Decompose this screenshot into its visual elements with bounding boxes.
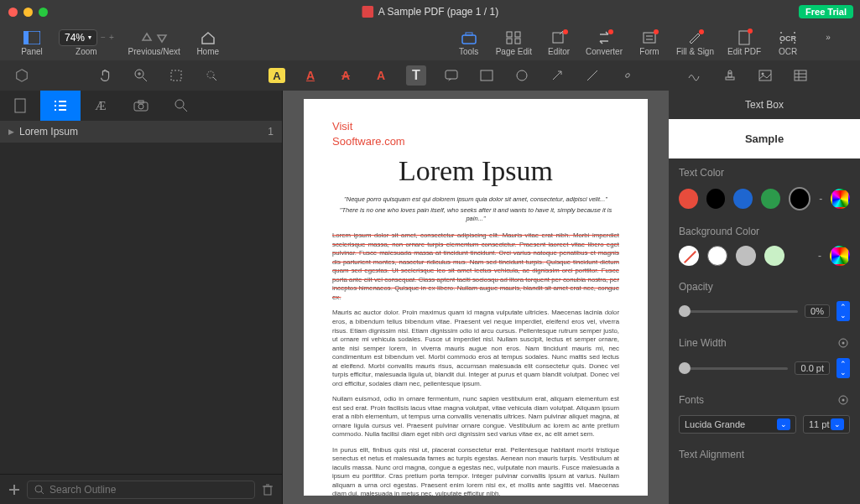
outline-list: ▶ Lorem Ipsum 1	[0, 121, 282, 474]
area-select-icon[interactable]	[166, 65, 186, 86]
svg-rect-9	[553, 33, 563, 43]
rectangle-tool-icon[interactable]	[477, 65, 497, 86]
toolbox-icon	[461, 31, 477, 44]
svg-rect-28	[481, 70, 493, 81]
swatch-green[interactable]	[761, 189, 780, 209]
tab-outline[interactable]	[40, 91, 81, 121]
font-family-select[interactable]: Lucida Grande⌄	[679, 415, 796, 434]
prev-next-label: Previous/Next	[128, 47, 180, 56]
ocr-button[interactable]: OCR OCR	[768, 29, 808, 56]
svg-point-51	[175, 100, 184, 108]
circle-tool-icon[interactable]	[512, 65, 532, 86]
svg-line-31	[587, 70, 597, 81]
prev-next-buttons[interactable]: Previous/Next	[121, 29, 188, 56]
marquee-zoom-icon[interactable]	[201, 65, 222, 86]
free-trial-badge[interactable]: Free Trial	[799, 5, 853, 18]
strikethrough-tool[interactable]: A	[336, 65, 356, 86]
overflow-button[interactable]: »	[808, 29, 848, 56]
zoom-window-button[interactable]	[39, 8, 48, 17]
swatch-white[interactable]	[707, 246, 727, 266]
swatch-grey[interactable]	[736, 246, 756, 266]
svg-rect-10	[644, 33, 655, 43]
svg-rect-57	[264, 486, 271, 495]
line-width-stepper[interactable]: ⌃⌄	[837, 358, 850, 378]
swatch-none[interactable]	[679, 246, 699, 266]
panel-button[interactable]: Panel	[12, 29, 52, 56]
opacity-slider[interactable]	[679, 310, 798, 313]
page-edit-button[interactable]: Page Edit	[489, 29, 539, 56]
watermark-line1: Visit	[332, 119, 619, 134]
svg-marker-19	[17, 70, 28, 81]
home-button[interactable]: Home	[188, 29, 228, 56]
form-button[interactable]: Form	[629, 29, 670, 56]
tools-button[interactable]: Tools	[449, 29, 489, 56]
svg-rect-2	[23, 31, 29, 44]
document-viewport[interactable]: Visit Sooftware.com Lorem Ipsum "Neque p…	[283, 91, 669, 504]
svg-point-49	[138, 104, 143, 109]
stamp-tool-icon[interactable]	[720, 65, 740, 86]
edit-pdf-button[interactable]: Edit PDF	[721, 29, 768, 56]
panel-label: Panel	[21, 47, 43, 56]
swatch-red[interactable]	[679, 189, 698, 209]
delete-outline-button[interactable]	[262, 483, 274, 496]
svg-point-18	[794, 42, 795, 44]
zoom-label: Zoom	[76, 47, 97, 56]
alignment-label: Text Alignment	[669, 440, 860, 465]
reset-icon[interactable]	[837, 336, 850, 350]
swatch-lightgreen[interactable]	[764, 246, 784, 266]
note-tool-icon[interactable]	[441, 65, 461, 86]
opacity-stepper[interactable]: ⌃⌄	[837, 301, 850, 321]
swatch-blue[interactable]	[733, 189, 753, 209]
opacity-label: Opacity	[669, 273, 860, 298]
add-outline-button[interactable]	[8, 484, 20, 496]
highlight-tool[interactable]: A	[268, 68, 285, 83]
tab-search[interactable]	[161, 91, 201, 121]
titlebar: A Sample PDF (page 1 / 1) Free Trial	[0, 0, 860, 23]
line-width-slider[interactable]	[679, 367, 788, 370]
converter-button[interactable]: Converter	[579, 29, 629, 56]
underline-tool[interactable]: A	[300, 65, 321, 86]
editor-button[interactable]: Editor	[539, 29, 579, 56]
svg-rect-3	[462, 35, 476, 44]
text-color-swatches: -	[669, 184, 860, 217]
svg-line-30	[553, 71, 561, 80]
swatch-black[interactable]	[706, 189, 726, 209]
settings-hex-icon[interactable]	[12, 65, 32, 86]
minimize-window-button[interactable]	[23, 8, 33, 17]
line-width-value[interactable]: 0.0 pt	[795, 361, 830, 375]
arrow-up-icon[interactable]	[141, 32, 153, 44]
swatch-custom-color[interactable]	[831, 189, 850, 209]
search-outline-input[interactable]: Search Outline	[27, 481, 255, 499]
squiggle-tool[interactable]: A	[371, 65, 391, 86]
svg-line-52	[183, 107, 187, 112]
table-tool-icon[interactable]	[790, 65, 810, 86]
outline-item[interactable]: ▶ Lorem Ipsum 1	[0, 121, 282, 143]
swatch-black-selected[interactable]	[789, 187, 810, 210]
tab-snapshot[interactable]	[121, 91, 161, 121]
line-tool-icon[interactable]	[582, 65, 602, 86]
arrow-down-icon[interactable]	[156, 32, 168, 44]
image-tool-icon[interactable]	[755, 65, 775, 86]
sidebar-left: Æ ▶ Lorem Ipsum 1 Search Outline	[0, 91, 283, 504]
link-tool-icon[interactable]	[618, 65, 638, 86]
paragraph-2: Mauris ac auctor dolor. Proin maximus qu…	[332, 309, 619, 388]
swatch-custom-bg[interactable]	[830, 246, 850, 266]
zoom-control[interactable]: 74%▾ −+ Zoom	[52, 29, 121, 56]
signature-tool-icon[interactable]	[685, 65, 705, 86]
tab-thumbnails[interactable]	[0, 91, 40, 121]
tab-annotations[interactable]: Æ	[81, 91, 121, 121]
reset-icon[interactable]	[837, 393, 850, 407]
svg-point-25	[207, 71, 214, 78]
opacity-value[interactable]: 0%	[805, 304, 830, 318]
zoom-select[interactable]: 74%▾	[59, 29, 97, 46]
hand-tool-icon[interactable]	[96, 65, 116, 86]
zoom-tool-icon[interactable]	[131, 65, 151, 86]
arrow-tool-icon[interactable]	[547, 65, 567, 86]
font-size-select[interactable]: 11 pt⌄	[803, 415, 850, 434]
fill-sign-button[interactable]: Fill & Sign	[670, 29, 721, 56]
bg-color-swatches: -	[669, 242, 860, 273]
svg-rect-37	[795, 70, 806, 81]
text-box-tool[interactable]: T	[406, 65, 426, 86]
close-window-button[interactable]	[8, 8, 18, 17]
home-icon	[201, 31, 216, 44]
